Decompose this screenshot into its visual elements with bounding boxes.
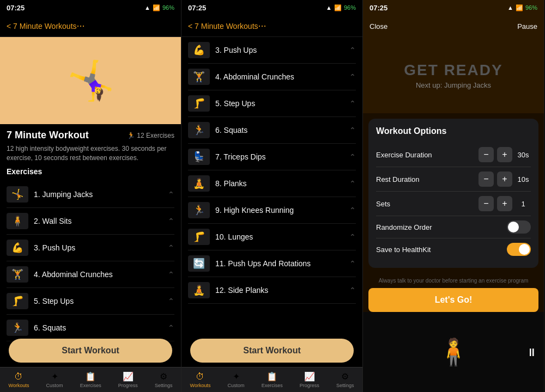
workout-title-row: 7 Minute Workout 🏃 12 Exercises bbox=[7, 130, 174, 141]
status-icons-2: ▲ 📶 96% bbox=[326, 4, 356, 11]
tab-progress[interactable]: 📈 Progress bbox=[300, 371, 319, 388]
options-card: Workout Options Exercise Duration − + 30… bbox=[368, 119, 538, 268]
bottom-area-1: Start Workout bbox=[0, 334, 181, 367]
signal-icon: ▲ bbox=[144, 4, 150, 11]
list-item[interactable]: 🦵 5. Step Ups ⌃ bbox=[188, 90, 356, 117]
sets-label: Sets bbox=[376, 200, 390, 208]
list-item[interactable]: 🔄 11. Push Ups And Rotations ⌃ bbox=[188, 250, 356, 277]
rest-duration-plus[interactable]: + bbox=[497, 171, 512, 187]
list-item[interactable]: 🏋️ 4. Abdominal Crunches ⌃ bbox=[7, 261, 174, 288]
list-item[interactable]: 🏃 9. High Knees Running ⌃ bbox=[188, 197, 356, 224]
exercise-count: 🏃 12 Exercises bbox=[127, 132, 174, 139]
list-item[interactable]: 🧍 2. Wall Sits ⌃ bbox=[7, 208, 174, 235]
pause-btn-top[interactable]: Pause bbox=[517, 22, 537, 30]
ex-name: 6. Squats bbox=[34, 323, 168, 332]
tab-icon: ⏱ bbox=[14, 372, 23, 382]
exercise-duration-plus[interactable]: + bbox=[497, 147, 512, 162]
ex-thumb-icon: 🦵 bbox=[193, 97, 205, 109]
chevron-up-icon: ⌃ bbox=[168, 243, 174, 252]
status-bar-3: 07:25 ▲ 📶 96% bbox=[363, 0, 544, 15]
chevron-up-icon: ⌃ bbox=[168, 297, 174, 305]
ex-thumb-icon: 🧍 bbox=[11, 215, 23, 227]
tab-label: Progress bbox=[300, 383, 319, 388]
ex-thumb: 🦵 bbox=[7, 293, 28, 309]
ex-name: 10. Lunges bbox=[215, 232, 349, 241]
randomize-toggle[interactable] bbox=[507, 220, 531, 234]
ex-thumb-icon: 🔄 bbox=[193, 258, 205, 270]
tab-exercises[interactable]: 📋 Exercises bbox=[80, 371, 101, 388]
exercise-duration-val: 30s bbox=[516, 151, 531, 159]
ex-thumb: 🏃 bbox=[7, 320, 28, 336]
tab-custom[interactable]: ✦ Custom bbox=[46, 371, 63, 388]
ex-name: 2. Wall Sits bbox=[34, 217, 168, 225]
get-ready-area: GET READY Next up: Jumping Jacks bbox=[363, 37, 544, 113]
status-bar-1: 07:25 ▲ 📶 96% bbox=[0, 0, 181, 15]
nav-more-2[interactable]: ··· bbox=[258, 20, 267, 32]
list-item[interactable]: 🧘 12. Side Planks ⌃ bbox=[188, 277, 356, 304]
randomize-knob bbox=[508, 222, 519, 232]
sets-plus[interactable]: + bbox=[497, 196, 512, 211]
list-item[interactable]: 🏋️ 4. Abdominal Crunches ⌃ bbox=[188, 64, 356, 90]
list-item[interactable]: 💺 7. Triceps Dips ⌃ bbox=[188, 144, 356, 170]
nav-back-2[interactable]: < 7 Minute Workouts bbox=[188, 22, 258, 30]
status-bar-2: 07:25 ▲ 📶 96% bbox=[181, 0, 362, 15]
tab-progress[interactable]: 📈 Progress bbox=[118, 371, 138, 388]
tab-settings[interactable]: ⚙ Settings bbox=[336, 371, 354, 388]
sets-val: 1 bbox=[516, 200, 531, 208]
ex-name: 9. High Knees Running bbox=[215, 206, 349, 215]
list-item[interactable]: 💪 3. Push Ups ⌃ bbox=[7, 235, 174, 261]
tab-custom[interactable]: ✦ Custom bbox=[228, 371, 245, 388]
ex-thumb: 🦵 bbox=[188, 95, 210, 112]
healthkit-toggle[interactable] bbox=[507, 243, 531, 256]
signal-icon-2: ▲ bbox=[326, 4, 332, 11]
battery-1: 96% bbox=[162, 4, 174, 11]
list-item[interactable]: 🦵 10. Lunges ⌃ bbox=[188, 224, 356, 250]
ex-name: 5. Step Ups bbox=[34, 297, 168, 305]
list-item[interactable]: 🤸 1. Jumping Jacks ⌃ bbox=[7, 181, 174, 208]
pause-icon[interactable]: ⏸ bbox=[526, 346, 537, 358]
start-workout-btn-1[interactable]: Start Workout bbox=[9, 339, 172, 363]
exercise-duration-minus[interactable]: − bbox=[479, 147, 494, 162]
ex-name: 3. Push Ups bbox=[215, 46, 349, 54]
list-item[interactable]: 🧘 8. Planks ⌃ bbox=[188, 170, 356, 197]
lets-go-btn[interactable]: Let's Go! bbox=[368, 288, 538, 312]
list-item[interactable]: 🏃 6. Squats ⌃ bbox=[188, 117, 356, 144]
chevron-up-icon: ⌃ bbox=[349, 232, 356, 241]
nav-back-1[interactable]: < 7 Minute Workouts bbox=[7, 22, 77, 30]
nav-more-1[interactable]: ··· bbox=[77, 20, 85, 32]
sets-minus[interactable]: − bbox=[479, 196, 494, 211]
ex-thumb-icon: 🤸 bbox=[11, 188, 23, 200]
ex-name: 4. Abdominal Crunches bbox=[215, 72, 349, 81]
signal-icon-3: ▲ bbox=[507, 4, 513, 11]
chevron-up-icon: ⌃ bbox=[168, 323, 174, 332]
chevron-up-icon: ⌃ bbox=[349, 46, 356, 54]
chevron-up-icon: ⌃ bbox=[349, 126, 356, 134]
list-item[interactable]: 🦵 5. Step Ups ⌃ bbox=[7, 288, 174, 315]
wifi-icon-2: 📶 bbox=[334, 4, 342, 11]
chevron-up-icon: ⌃ bbox=[349, 206, 356, 215]
nav-bar-2: < 7 Minute Workouts ··· bbox=[181, 15, 362, 37]
ex-thumb: 💪 bbox=[188, 42, 210, 58]
ex-thumb: 💺 bbox=[188, 149, 210, 165]
workout-desc: 12 high intensity bodyweight exercises. … bbox=[7, 144, 174, 163]
get-ready-title: GET READY bbox=[404, 62, 502, 79]
tab-icon: 📋 bbox=[85, 371, 96, 382]
tab-workouts[interactable]: ⏱ Workouts bbox=[9, 372, 29, 388]
tab-icon: ✦ bbox=[51, 371, 58, 382]
start-workout-btn-2[interactable]: Start Workout bbox=[190, 339, 354, 363]
rest-duration-val: 10s bbox=[516, 175, 531, 183]
battery-2: 96% bbox=[344, 4, 356, 11]
rest-duration-minus[interactable]: − bbox=[479, 171, 494, 187]
rest-duration-label: Rest Duration bbox=[376, 175, 419, 183]
healthkit-knob bbox=[519, 244, 530, 255]
list-item[interactable]: 💪 3. Push Ups ⌃ bbox=[188, 37, 356, 64]
ex-thumb: 🤸 bbox=[7, 186, 28, 203]
tab-settings[interactable]: ⚙ Settings bbox=[155, 371, 173, 388]
ex-thumb: 🧍 bbox=[7, 213, 28, 229]
ex-name: 3. Push Ups bbox=[34, 243, 168, 252]
ex-thumb-icon: 🦵 bbox=[193, 231, 205, 243]
close-btn[interactable]: Close bbox=[370, 22, 387, 30]
tab-exercises[interactable]: 📋 Exercises bbox=[262, 371, 283, 388]
tab-workouts[interactable]: ⏱ Workouts bbox=[190, 372, 211, 388]
ex-thumb-icon: 🏋️ bbox=[11, 268, 23, 280]
